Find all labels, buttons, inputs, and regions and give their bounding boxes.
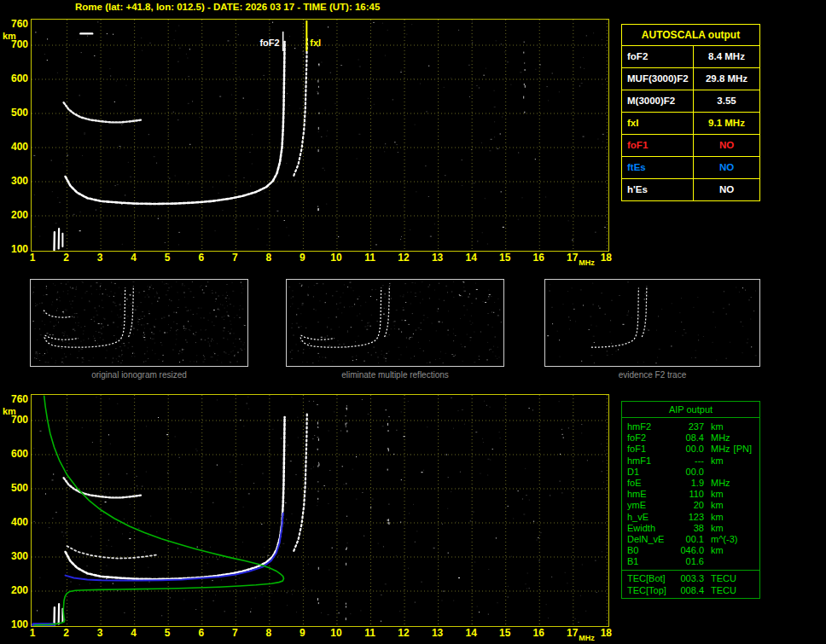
marker-label-foF2: foF2	[259, 38, 279, 48]
svg-bot-xtick-6: 6	[191, 628, 212, 639]
noise-speckle	[33, 397, 607, 618]
svg-bot-x-unit: MHz	[579, 633, 595, 643]
autoscala-value: 8.4 MHz	[694, 46, 759, 67]
svg-top-xtick-1: 1	[22, 252, 43, 264]
thumb-original-canvas	[31, 280, 247, 366]
noise-speckle	[32, 281, 245, 363]
autoscala-screen: Rome (lat: +41.8, lon: 012.5) - DATE: 20…	[0, 0, 826, 644]
aip-param: ymE	[627, 500, 675, 511]
noise-speckle	[33, 282, 242, 363]
svg-top-y-unit: km	[3, 31, 16, 41]
aip-row-TEC[Bot]: TEC[Bot]003.3TECU	[627, 573, 759, 584]
aip-value: ---	[675, 455, 704, 467]
svg-bot-xtick-2: 2	[56, 628, 77, 639]
aip-row-hmE: hmE110km	[627, 489, 759, 500]
noise-speckle	[550, 283, 757, 363]
svg-top-xtick-8: 8	[259, 252, 279, 264]
svg-bot-xtick-8: 8	[259, 628, 279, 639]
autoscala-output-table: AUTOSCALA output foF28.4 MHzMUF(3000)F22…	[621, 24, 760, 201]
autoscala-value: 3.55	[694, 90, 759, 112]
marker-label-fxI: fxI	[310, 38, 321, 48]
aip-param: h_vE	[627, 512, 675, 523]
autoscala-param: h'Es	[622, 179, 694, 200]
main-ionogram-plot: foF2fxI	[31, 19, 609, 252]
aip-value: 123	[675, 512, 704, 523]
aip-param: DelN_vE	[627, 534, 675, 545]
aip-value: 20	[675, 500, 704, 511]
autoscala-param: MUF(3000)F2	[622, 68, 694, 90]
svg-bot-xtick-15: 15	[495, 628, 515, 639]
aip-param: foE	[627, 478, 675, 489]
svg-bot-xtick-4: 4	[124, 628, 144, 639]
trace-xmode	[294, 37, 307, 176]
svg-bot-y-unit: km	[3, 406, 16, 416]
aip-param: B1	[627, 556, 675, 567]
aip-param: hmE	[627, 489, 675, 500]
trace-green	[34, 396, 283, 625]
aip-unit: m^(-3)	[711, 534, 737, 545]
autoscala-row-foF1: foF1NO	[622, 135, 759, 157]
aip-row-DelN_vE: DelN_vE00.1m^(-3)	[627, 534, 759, 545]
aip-row-foF1: foF100.0MHz[PN]	[627, 444, 759, 455]
aip-param: hmF2	[627, 421, 675, 432]
aip-row-B0: B0046.0km	[627, 545, 759, 556]
svg-bot-xtick-14: 14	[461, 628, 481, 639]
svg-bot-ytick-400: 400	[1, 516, 28, 528]
aip-row-B1: B101.6	[627, 556, 759, 567]
thumb-trace-multiple2	[301, 335, 334, 339]
aip-value: 003.3	[675, 573, 704, 584]
autoscala-value: 9.1 MHz	[694, 113, 759, 134]
autoscala-value: NO	[694, 157, 759, 178]
thumb-caption-original: original ionogram resized	[30, 370, 248, 380]
aip-unit: MHz	[711, 478, 730, 489]
svg-top-ytick-300: 300	[1, 175, 28, 187]
thumb-evidence-canvas	[545, 280, 759, 366]
noise-speckle	[33, 282, 246, 362]
autoscala-param: fxI	[622, 113, 694, 134]
aip-unit: km	[711, 512, 724, 523]
aip-unit: km	[711, 455, 724, 467]
noise-speckle	[288, 282, 499, 363]
svg-bot-xtick-11: 11	[360, 628, 381, 639]
svg-top-xtick-12: 12	[393, 252, 414, 264]
svg-top-xtick-4: 4	[124, 252, 144, 264]
station-date-title: Rome (lat: +41.8, lon: 012.5) - DATE: 20…	[75, 1, 380, 13]
autoscala-table-rows: foF28.4 MHzMUF(3000)F229.8 MHzM(3000)F23…	[622, 46, 759, 200]
aip-param: foF1	[627, 444, 675, 455]
thumb-trace-xmode	[129, 286, 134, 337]
autoscala-row-MUF(3000)F2: MUF(3000)F229.8 MHz	[622, 68, 759, 90]
aip-value: 046.0	[675, 545, 704, 556]
noise-speckle	[35, 22, 605, 245]
aip-unit: MHz	[711, 432, 730, 444]
trace-hop2	[64, 478, 142, 497]
noise-column	[387, 416, 389, 525]
autoscala-param: foF1	[622, 135, 694, 156]
svg-top-xtick-7: 7	[224, 252, 245, 264]
noise-column	[346, 405, 347, 620]
aip-param: TEC[Bot]	[627, 573, 675, 584]
svg-bot-xtick-10: 10	[326, 628, 346, 639]
aip-row-hmF1: hmF1---km	[627, 455, 759, 467]
svg-bot-ytick-300: 300	[1, 550, 28, 562]
svg-bot-ytick-500: 500	[1, 482, 28, 494]
autoscala-param: ftEs	[622, 157, 694, 178]
noise-column	[524, 42, 526, 113]
svg-bot-ytick-200: 200	[1, 584, 28, 596]
aip-unit: km	[711, 500, 724, 511]
aip-note: [PN]	[734, 444, 752, 455]
aip-tec-divider	[622, 570, 759, 571]
thumb-trace-hop2	[44, 310, 73, 318]
svg-top-xtick-11: 11	[360, 252, 381, 264]
thumb-evidence-f2	[544, 279, 760, 367]
svg-top-ytick-600: 600	[1, 73, 28, 84]
thumb-caption-eliminate: eliminate multiple reflections	[286, 370, 504, 380]
thumb-eliminate-canvas	[287, 280, 503, 366]
aip-unit: km	[711, 523, 724, 534]
svg-top-ytick-760: 760	[1, 18, 28, 30]
thumb-trace-multiple2	[45, 335, 79, 339]
svg-top-ytick-200: 200	[1, 209, 28, 221]
thumb-caption-evidence: evidence F2 trace	[544, 370, 760, 380]
noise-column	[318, 45, 319, 211]
aip-param: D1	[627, 467, 675, 478]
svg-top-xtick-13: 13	[428, 252, 448, 264]
